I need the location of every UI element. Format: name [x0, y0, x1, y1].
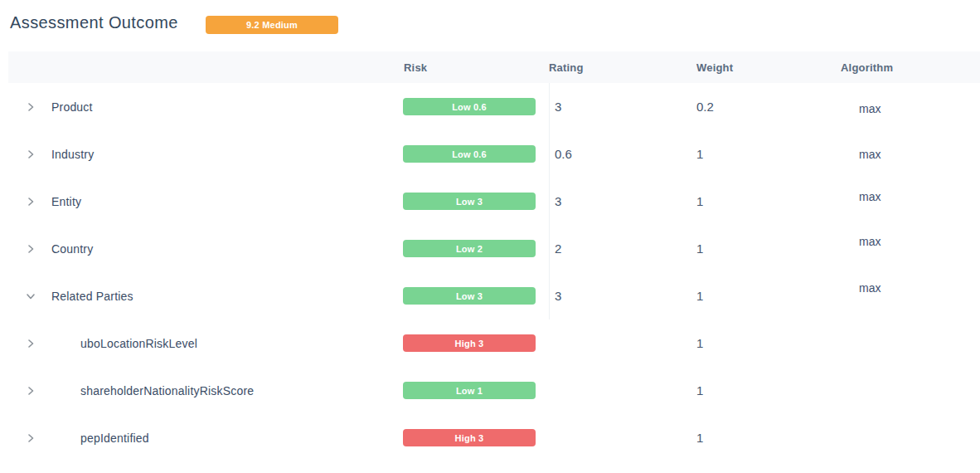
column-header-weight: Weight	[696, 61, 841, 74]
column-header-risk: Risk	[403, 61, 549, 74]
risk-badge: Low 2	[403, 240, 536, 257]
weight-value: 0.2	[696, 100, 841, 114]
risk-badge: High 3	[403, 334, 536, 352]
algorithm-value: max	[841, 148, 980, 161]
rating-value	[549, 414, 696, 461]
risk-badge: High 3	[403, 429, 536, 446]
rating-value: 0.6	[549, 130, 696, 178]
table-row: Entity Low 3 3 1 max	[8, 178, 980, 225]
risk-badge: Low 0.6	[403, 145, 536, 163]
chevron-right-icon[interactable]	[22, 99, 39, 115]
table-row: Product Low 0.6 3 0.2 max	[8, 83, 980, 130]
chevron-right-icon[interactable]	[22, 146, 39, 163]
weight-value: 1	[696, 289, 841, 303]
chevron-right-icon[interactable]	[22, 430, 39, 446]
risk-badge: Low 0.6	[403, 98, 536, 115]
table-row: pepIdentified High 3 1	[8, 414, 980, 461]
row-label: Country	[51, 242, 93, 256]
chevron-right-icon[interactable]	[22, 383, 39, 399]
risk-badge: Low 1	[403, 382, 536, 399]
row-label: uboLocationRiskLevel	[80, 337, 197, 350]
row-label: Related Parties	[51, 290, 133, 303]
table-row: Related Parties Low 3 3 1 max	[8, 272, 980, 319]
rating-value: 3	[549, 272, 696, 319]
table-header-row: Risk Rating Weight Algorithm	[8, 51, 980, 83]
rating-value	[549, 367, 696, 414]
table-row: shareholderNationalityRiskScore Low 1 1	[8, 367, 980, 414]
algorithm-value: max	[841, 190, 980, 203]
column-header-rating: Rating	[549, 61, 696, 74]
row-label: Industry	[51, 148, 94, 161]
chevron-right-icon[interactable]	[22, 335, 39, 352]
rating-value	[549, 319, 696, 367]
rating-value: 2	[549, 225, 696, 272]
table-row: Country Low 2 2 1 max	[8, 225, 980, 272]
weight-value: 1	[696, 241, 841, 256]
weight-value: 1	[696, 147, 841, 161]
page-title: Assessment Outcome	[10, 13, 178, 32]
table-body: Product Low 0.6 3 0.2 max Industry Low 0…	[8, 83, 980, 461]
rating-value: 3	[549, 83, 696, 130]
weight-value: 1	[696, 336, 841, 350]
weight-value: 1	[696, 194, 841, 208]
chevron-right-icon[interactable]	[22, 241, 39, 257]
algorithm-value: max	[841, 281, 980, 295]
chevron-down-icon[interactable]	[22, 288, 39, 305]
weight-value: 1	[696, 383, 841, 397]
column-header-algorithm: Algorithm	[841, 61, 980, 74]
title-bar: Assessment Outcome 9.2 Medium	[0, 0, 980, 51]
row-label: Entity	[51, 195, 81, 208]
row-label: pepIdentified	[80, 432, 149, 445]
table-row: Industry Low 0.6 0.6 1 max	[8, 130, 980, 178]
risk-badge: Low 3	[403, 287, 536, 305]
table-row: uboLocationRiskLevel High 3 1	[8, 319, 980, 367]
assessment-table: Risk Rating Weight Algorithm Product Low…	[8, 51, 980, 461]
rating-value: 3	[549, 178, 696, 225]
risk-badge: Low 3	[403, 193, 536, 210]
algorithm-value: max	[841, 235, 980, 248]
row-label: Product	[51, 100, 93, 114]
algorithm-value: max	[841, 102, 980, 115]
weight-value: 1	[696, 431, 841, 445]
chevron-right-icon[interactable]	[22, 193, 39, 210]
row-label: shareholderNationalityRiskScore	[80, 384, 254, 397]
overall-score-badge: 9.2 Medium	[206, 16, 338, 34]
